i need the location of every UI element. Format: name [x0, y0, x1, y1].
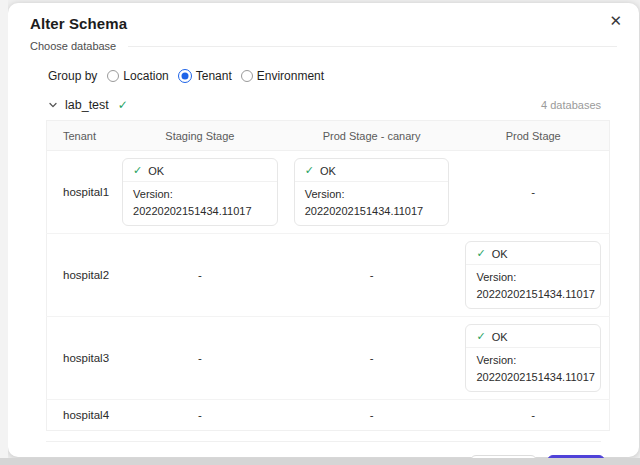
- check-icon: ✓: [305, 164, 314, 177]
- column-header-staging-stage: Staging Stage: [114, 121, 286, 151]
- status-card: ✓ OK Version: 20220202151434.11017: [465, 324, 601, 392]
- version-value: 20220202151434.11017: [476, 369, 590, 386]
- group-check-icon: ✓: [118, 98, 128, 112]
- dialog-header: Alter Schema Choose database ✕: [8, 3, 639, 52]
- version-value: 20220202151434.11017: [133, 203, 267, 220]
- radio-location-circle[interactable]: [107, 70, 119, 82]
- version-value: 20220202151434.11017: [476, 286, 590, 303]
- version-label: Version:: [305, 186, 439, 203]
- chevron-down-icon[interactable]: [48, 100, 58, 110]
- section-divider: [46, 441, 601, 442]
- table-row: hospital1 ✓ OK Version: 20220202151434.1…: [47, 151, 610, 234]
- table-row: hospital4 - - -: [47, 400, 610, 431]
- table-header-row: Tenant Staging Stage Prod Stage - canary…: [47, 121, 610, 151]
- version-label: Version:: [133, 186, 267, 203]
- status-card-body: Version: 20220202151434.11017: [123, 182, 277, 225]
- database-group-header: lab_test ✓ 4 databases: [48, 98, 601, 112]
- radio-option-tenant[interactable]: Tenant: [178, 69, 232, 83]
- group-name[interactable]: lab_test: [65, 98, 109, 112]
- radio-tenant-label: Tenant: [196, 69, 232, 83]
- stage-cell: ✓ OK Version: 20220202151434.11017: [286, 151, 458, 234]
- check-icon: ✓: [133, 164, 142, 177]
- tenant-name: hospital1: [47, 151, 115, 234]
- radio-location-label: Location: [123, 69, 168, 83]
- stage-cell-empty: -: [286, 234, 458, 317]
- column-header-prod-stage: Prod Stage: [457, 121, 609, 151]
- status-card-header: ✓ OK: [295, 159, 449, 182]
- group-by-label: Group by: [48, 69, 97, 83]
- status-card: ✓ OK Version: 20220202151434.11017: [294, 158, 450, 226]
- status-text: OK: [320, 165, 336, 177]
- version-label: Version:: [476, 269, 590, 286]
- check-icon: ✓: [476, 330, 485, 343]
- dialog-subtitle-row: Choose database: [30, 40, 617, 52]
- database-count: 4 databases: [541, 99, 601, 111]
- status-text: OK: [492, 331, 508, 343]
- status-card-header: ✓ OK: [466, 325, 600, 348]
- tenant-name: hospital4: [47, 400, 115, 431]
- alter-schema-dialog: Alter Schema Choose database ✕ Group by …: [8, 3, 639, 457]
- dialog-title: Alter Schema: [30, 15, 617, 32]
- status-card: ✓ OK Version: 20220202151434.11017: [465, 241, 601, 309]
- dialog-subtitle: Choose database: [30, 40, 116, 52]
- status-text: OK: [492, 248, 508, 260]
- status-card-body: Version: 20220202151434.11017: [466, 348, 600, 391]
- stage-cell-empty: -: [114, 317, 286, 400]
- stage-cell-empty: -: [114, 400, 286, 431]
- close-icon[interactable]: ✕: [605, 11, 626, 30]
- radio-environment-circle[interactable]: [241, 70, 253, 82]
- stage-cell-empty: -: [114, 234, 286, 317]
- group-by-section: Group by Location Tenant Environment: [48, 69, 639, 83]
- stage-cell: ✓ OK Version: 20220202151434.11017: [114, 151, 286, 234]
- status-card-header: ✓ OK: [123, 159, 277, 182]
- stage-cell: ✓ OK Version: 20220202151434.11017: [457, 317, 609, 400]
- page-background-left: [0, 0, 8, 458]
- stage-cell-empty: -: [457, 400, 609, 431]
- status-text: OK: [148, 165, 164, 177]
- tenant-name: hospital3: [47, 317, 115, 400]
- tenant-name: hospital2: [47, 234, 115, 317]
- status-card-body: Version: 20220202151434.11017: [295, 182, 449, 225]
- radio-option-environment[interactable]: Environment: [241, 69, 324, 83]
- subtitle-divider: [128, 46, 617, 47]
- stage-cell-empty: -: [457, 151, 609, 234]
- stage-cell-empty: -: [286, 317, 458, 400]
- status-card-header: ✓ OK: [466, 242, 600, 265]
- version-value: 20220202151434.11017: [305, 203, 439, 220]
- stage-cell-empty: -: [286, 400, 458, 431]
- column-header-tenant: Tenant: [47, 121, 115, 151]
- page-background-bottom: [0, 458, 640, 465]
- table-row: hospital2 - - ✓ OK Version: 202202021514…: [47, 234, 610, 317]
- radio-tenant-circle[interactable]: [178, 69, 192, 83]
- table-row: hospital3 - - ✓ OK Version: 202202021514…: [47, 317, 610, 400]
- tenant-stage-table: Tenant Staging Stage Prod Stage - canary…: [46, 120, 610, 431]
- check-icon: ✓: [476, 247, 485, 260]
- column-header-prod-stage-canary: Prod Stage - canary: [286, 121, 458, 151]
- radio-environment-label: Environment: [257, 69, 324, 83]
- version-label: Version:: [476, 352, 590, 369]
- status-card-body: Version: 20220202151434.11017: [466, 265, 600, 308]
- status-card: ✓ OK Version: 20220202151434.11017: [122, 158, 278, 226]
- radio-option-location[interactable]: Location: [107, 69, 168, 83]
- stage-cell: ✓ OK Version: 20220202151434.11017: [457, 234, 609, 317]
